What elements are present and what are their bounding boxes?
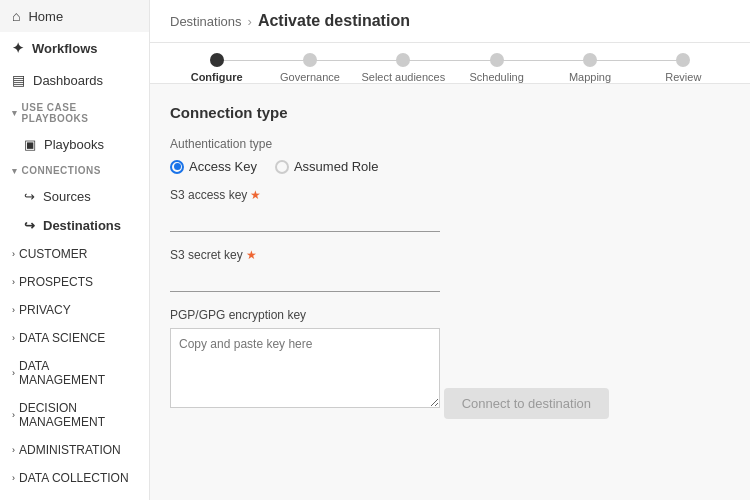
step-dot-governance (303, 53, 317, 67)
chevron-right-icon: › (12, 249, 15, 259)
sidebar-category-data-collection-label: DATA COLLECTION (19, 471, 129, 485)
chevron-right-icon-6: › (12, 410, 15, 420)
sidebar-category-privacy-label: PRIVACY (19, 303, 71, 317)
breadcrumb-current: Activate destination (258, 12, 410, 30)
main-content: Destinations › Activate destination Conf… (150, 0, 750, 500)
step-governance[interactable]: Governance (263, 53, 356, 83)
sidebar-category-customer-label: CUSTOMER (19, 247, 87, 261)
radio-assumed-role[interactable]: Assumed Role (275, 159, 379, 174)
sidebar-category-data-management-label: DATA MANAGEMENT (19, 359, 137, 387)
sidebar-item-playbooks-label: Playbooks (44, 137, 104, 152)
step-label-scheduling: Scheduling (469, 71, 523, 83)
chevron-right-icon-2: › (12, 277, 15, 287)
steps-bar: Configure Governance Select audiences Sc… (150, 43, 750, 84)
radio-circle-access-key (170, 160, 184, 174)
chevron-down-icon: ▾ (12, 108, 18, 118)
radio-label-assumed-role: Assumed Role (294, 159, 379, 174)
step-mapping[interactable]: Mapping (543, 53, 636, 83)
step-label-mapping: Mapping (569, 71, 611, 83)
breadcrumb: Destinations › Activate destination (170, 12, 730, 30)
required-indicator-2: ★ (246, 248, 257, 262)
step-select-audiences[interactable]: Select audiences (357, 53, 450, 83)
s3-secret-key-label: S3 secret key ★ (170, 248, 730, 262)
step-dot-review (676, 53, 690, 67)
step-review[interactable]: Review (637, 53, 730, 83)
connections-collapse[interactable]: ▾ CONNECTIONS (0, 159, 149, 182)
radio-group: Access Key Assumed Role (170, 159, 730, 174)
step-label-configure: Configure (191, 71, 243, 83)
step-dot-scheduling (490, 53, 504, 67)
sidebar-category-customer[interactable]: › CUSTOMER (0, 240, 149, 268)
sidebar-item-dashboards-label: Dashboards (33, 73, 103, 88)
radio-circle-assumed-role (275, 160, 289, 174)
dashboards-icon: ▤ (12, 72, 25, 88)
sidebar: ⌂ Home ✦ Workflows ▤ Dashboards ▾ USE CA… (0, 0, 150, 500)
auth-type-label: Authentication type (170, 137, 730, 151)
section-title: Connection type (170, 104, 730, 121)
sidebar-item-home[interactable]: ⌂ Home (0, 0, 149, 32)
section-label-connections: CONNECTIONS (22, 165, 101, 176)
sidebar-category-administration[interactable]: › ADMINISTRATION (0, 436, 149, 464)
connect-button[interactable]: Connect to destination (444, 388, 609, 419)
step-dot-select-audiences (396, 53, 410, 67)
step-configure[interactable]: Configure (170, 53, 263, 83)
sidebar-item-playbooks[interactable]: ▣ Playbooks (0, 130, 149, 159)
home-icon: ⌂ (12, 8, 20, 24)
sidebar-category-decision-management[interactable]: › DECISION MANAGEMENT (0, 394, 149, 436)
chevron-down-icon-2: ▾ (12, 166, 18, 176)
sidebar-category-data-science[interactable]: › DATA SCIENCE (0, 324, 149, 352)
workflows-icon: ✦ (12, 40, 24, 56)
step-scheduling[interactable]: Scheduling (450, 53, 543, 83)
sidebar-category-data-science-label: DATA SCIENCE (19, 331, 105, 345)
sources-icon: ↪ (24, 189, 35, 204)
section-label-playbooks: USE CASE PLAYBOOKS (22, 102, 138, 124)
breadcrumb-link[interactable]: Destinations (170, 14, 242, 29)
radio-access-key[interactable]: Access Key (170, 159, 257, 174)
chevron-right-icon-3: › (12, 305, 15, 315)
sidebar-category-administration-label: ADMINISTRATION (19, 443, 121, 457)
sidebar-category-prospects[interactable]: › PROSPECTS (0, 268, 149, 296)
required-indicator: ★ (250, 188, 261, 202)
sidebar-category-prospects-label: PROSPECTS (19, 275, 93, 289)
s3-access-key-input[interactable] (170, 208, 440, 232)
step-label-governance: Governance (280, 71, 340, 83)
s3-access-key-label: S3 access key ★ (170, 188, 730, 202)
sidebar-item-dashboards[interactable]: ▤ Dashboards (0, 64, 149, 96)
sidebar-category-decision-management-label: DECISION MANAGEMENT (19, 401, 137, 429)
pgp-gpg-label: PGP/GPG encryption key (170, 308, 730, 322)
steps-list: Configure Governance Select audiences Sc… (170, 53, 730, 83)
pgp-gpg-input[interactable] (170, 328, 440, 408)
sidebar-item-workflows[interactable]: ✦ Workflows (0, 32, 149, 64)
playbooks-icon: ▣ (24, 137, 36, 152)
s3-secret-key-input[interactable] (170, 268, 440, 292)
sidebar-item-home-label: Home (28, 9, 63, 24)
step-dot-mapping (583, 53, 597, 67)
sidebar-item-destinations-label: Destinations (43, 218, 121, 233)
sidebar-category-privacy[interactable]: › PRIVACY (0, 296, 149, 324)
auth-type-section: Authentication type Access Key Assumed R… (170, 137, 730, 174)
step-dot-configure (210, 53, 224, 67)
chevron-right-icon-7: › (12, 445, 15, 455)
chevron-right-icon-5: › (12, 368, 15, 378)
header: Destinations › Activate destination (150, 0, 750, 43)
radio-label-access-key: Access Key (189, 159, 257, 174)
destinations-icon: ↪ (24, 218, 35, 233)
step-label-select-audiences: Select audiences (361, 71, 445, 83)
step-label-review: Review (665, 71, 701, 83)
chevron-right-icon-8: › (12, 473, 15, 483)
sidebar-item-sources-label: Sources (43, 189, 91, 204)
breadcrumb-separator: › (248, 14, 252, 29)
use-case-playbooks-collapse[interactable]: ▾ USE CASE PLAYBOOKS (0, 96, 149, 130)
sidebar-item-sources[interactable]: ↪ Sources (0, 182, 149, 211)
sidebar-category-data-management[interactable]: › DATA MANAGEMENT (0, 352, 149, 394)
chevron-right-icon-4: › (12, 333, 15, 343)
sidebar-item-workflows-label: Workflows (32, 41, 98, 56)
content-area: Connection type Authentication type Acce… (150, 84, 750, 500)
sidebar-category-data-collection[interactable]: › DATA COLLECTION (0, 464, 149, 492)
sidebar-item-destinations[interactable]: ↪ Destinations (0, 211, 149, 240)
